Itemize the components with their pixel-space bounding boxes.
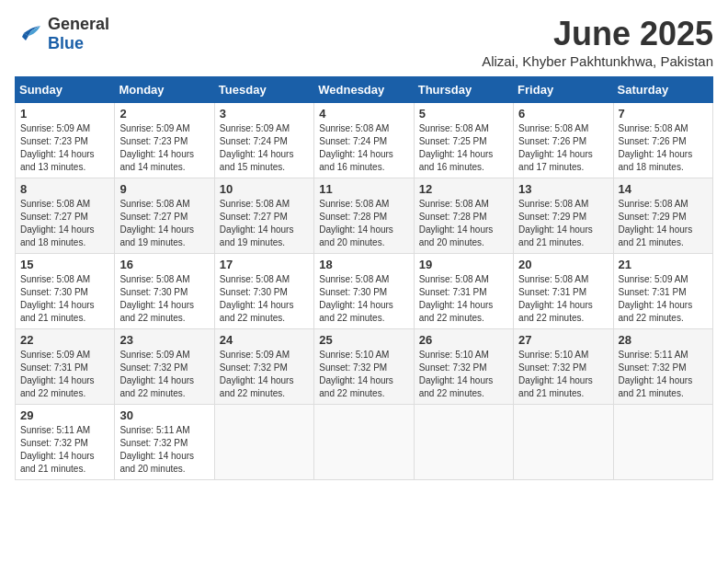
day-cell: 30 Sunrise: 5:11 AM Sunset: 7:32 PM Dayl… (115, 405, 214, 480)
day-info: Sunrise: 5:08 AM Sunset: 7:24 PM Dayligh… (319, 122, 408, 174)
day-info: Sunrise: 5:09 AM Sunset: 7:32 PM Dayligh… (220, 349, 309, 400)
day-cell (314, 405, 414, 480)
day-cell: 25 Sunrise: 5:10 AM Sunset: 7:32 PM Dayl… (314, 329, 414, 405)
day-number: 17 (220, 258, 309, 271)
day-info: Sunrise: 5:09 AM Sunset: 7:31 PM Dayligh… (619, 273, 708, 325)
day-info: Sunrise: 5:11 AM Sunset: 7:32 PM Dayligh… (119, 424, 209, 476)
header-row: SundayMondayTuesdayWednesdayThursdayFrid… (16, 77, 713, 103)
calendar-page: General Blue June 2025 Alizai, Khyber Pa… (15, 15, 713, 480)
day-info: Sunrise: 5:10 AM Sunset: 7:32 PM Dayligh… (419, 349, 508, 400)
day-info: Sunrise: 5:09 AM Sunset: 7:23 PM Dayligh… (20, 122, 109, 174)
day-cell: 5 Sunrise: 5:08 AM Sunset: 7:25 PM Dayli… (414, 103, 513, 178)
week-row-4: 22 Sunrise: 5:09 AM Sunset: 7:31 PM Dayl… (16, 329, 713, 405)
day-number: 20 (518, 258, 608, 271)
location-title: Alizai, Khyber Pakhtunkhwa, Pakistan (482, 53, 713, 69)
day-cell: 2 Sunrise: 5:09 AM Sunset: 7:23 PM Dayli… (115, 103, 214, 178)
day-info: Sunrise: 5:08 AM Sunset: 7:26 PM Dayligh… (518, 122, 608, 174)
day-cell (613, 405, 712, 480)
day-cell: 18 Sunrise: 5:08 AM Sunset: 7:30 PM Dayl… (314, 254, 414, 329)
day-info: Sunrise: 5:08 AM Sunset: 7:30 PM Dayligh… (319, 273, 408, 325)
day-number: 8 (20, 182, 109, 196)
day-cell: 21 Sunrise: 5:09 AM Sunset: 7:31 PM Dayl… (613, 254, 712, 329)
col-header-wednesday: Wednesday (314, 77, 414, 103)
day-number: 14 (619, 182, 708, 196)
logo-text: General Blue (48, 15, 109, 53)
day-cell: 8 Sunrise: 5:08 AM Sunset: 7:27 PM Dayli… (16, 178, 115, 254)
day-cell: 19 Sunrise: 5:08 AM Sunset: 7:31 PM Dayl… (414, 254, 513, 329)
week-row-2: 8 Sunrise: 5:08 AM Sunset: 7:27 PM Dayli… (16, 178, 713, 254)
day-cell (414, 405, 513, 480)
day-info: Sunrise: 5:08 AM Sunset: 7:31 PM Dayligh… (419, 273, 508, 325)
col-header-sunday: Sunday (16, 77, 115, 103)
day-info: Sunrise: 5:08 AM Sunset: 7:27 PM Dayligh… (220, 198, 309, 249)
calendar-table: SundayMondayTuesdayWednesdayThursdayFrid… (15, 76, 713, 480)
day-cell: 10 Sunrise: 5:08 AM Sunset: 7:27 PM Dayl… (214, 178, 313, 254)
day-cell: 29 Sunrise: 5:11 AM Sunset: 7:32 PM Dayl… (16, 405, 115, 480)
day-number: 23 (119, 333, 209, 347)
day-number: 6 (518, 107, 608, 121)
day-info: Sunrise: 5:08 AM Sunset: 7:27 PM Dayligh… (119, 198, 209, 249)
day-info: Sunrise: 5:11 AM Sunset: 7:32 PM Dayligh… (619, 349, 708, 400)
day-info: Sunrise: 5:08 AM Sunset: 7:27 PM Dayligh… (20, 198, 109, 249)
day-cell: 1 Sunrise: 5:09 AM Sunset: 7:23 PM Dayli… (16, 103, 115, 178)
day-number: 18 (319, 258, 408, 271)
day-number: 25 (319, 333, 408, 347)
day-number: 15 (20, 258, 109, 271)
day-cell: 27 Sunrise: 5:10 AM Sunset: 7:32 PM Dayl… (514, 329, 613, 405)
day-cell: 23 Sunrise: 5:09 AM Sunset: 7:32 PM Dayl… (115, 329, 214, 405)
day-info: Sunrise: 5:09 AM Sunset: 7:24 PM Dayligh… (220, 122, 309, 174)
day-number: 5 (419, 107, 508, 121)
day-number: 16 (119, 258, 209, 271)
month-title: June 2025 (482, 15, 713, 53)
day-number: 22 (20, 333, 109, 347)
header: General Blue June 2025 Alizai, Khyber Pa… (15, 15, 713, 69)
day-info: Sunrise: 5:09 AM Sunset: 7:23 PM Dayligh… (119, 122, 209, 174)
day-cell: 17 Sunrise: 5:08 AM Sunset: 7:30 PM Dayl… (214, 254, 313, 329)
day-info: Sunrise: 5:10 AM Sunset: 7:32 PM Dayligh… (319, 349, 408, 400)
day-number: 29 (20, 408, 109, 422)
day-number: 10 (220, 182, 309, 196)
day-cell: 14 Sunrise: 5:08 AM Sunset: 7:29 PM Dayl… (613, 178, 712, 254)
logo: General Blue (15, 15, 109, 53)
col-header-thursday: Thursday (414, 77, 513, 103)
day-number: 3 (220, 107, 309, 121)
day-info: Sunrise: 5:09 AM Sunset: 7:32 PM Dayligh… (119, 349, 209, 400)
day-info: Sunrise: 5:09 AM Sunset: 7:31 PM Dayligh… (20, 349, 109, 400)
week-row-3: 15 Sunrise: 5:08 AM Sunset: 7:30 PM Dayl… (16, 254, 713, 329)
day-cell: 7 Sunrise: 5:08 AM Sunset: 7:26 PM Dayli… (613, 103, 712, 178)
day-number: 26 (419, 333, 508, 347)
day-cell: 11 Sunrise: 5:08 AM Sunset: 7:28 PM Dayl… (314, 178, 414, 254)
logo-bird-icon (15, 24, 44, 44)
day-info: Sunrise: 5:08 AM Sunset: 7:30 PM Dayligh… (20, 273, 109, 325)
day-cell: 22 Sunrise: 5:09 AM Sunset: 7:31 PM Dayl… (16, 329, 115, 405)
day-number: 9 (119, 182, 209, 196)
day-info: Sunrise: 5:08 AM Sunset: 7:29 PM Dayligh… (518, 198, 608, 249)
day-cell: 26 Sunrise: 5:10 AM Sunset: 7:32 PM Dayl… (414, 329, 513, 405)
day-info: Sunrise: 5:08 AM Sunset: 7:26 PM Dayligh… (619, 122, 708, 174)
day-number: 4 (319, 107, 408, 121)
day-info: Sunrise: 5:08 AM Sunset: 7:31 PM Dayligh… (518, 273, 608, 325)
col-header-saturday: Saturday (613, 77, 712, 103)
week-row-1: 1 Sunrise: 5:09 AM Sunset: 7:23 PM Dayli… (16, 103, 713, 178)
day-cell: 6 Sunrise: 5:08 AM Sunset: 7:26 PM Dayli… (514, 103, 613, 178)
day-cell: 20 Sunrise: 5:08 AM Sunset: 7:31 PM Dayl… (514, 254, 613, 329)
day-cell: 13 Sunrise: 5:08 AM Sunset: 7:29 PM Dayl… (514, 178, 613, 254)
day-info: Sunrise: 5:08 AM Sunset: 7:25 PM Dayligh… (419, 122, 508, 174)
week-row-5: 29 Sunrise: 5:11 AM Sunset: 7:32 PM Dayl… (16, 405, 713, 480)
day-number: 27 (518, 333, 608, 347)
day-info: Sunrise: 5:08 AM Sunset: 7:29 PM Dayligh… (619, 198, 708, 249)
day-info: Sunrise: 5:08 AM Sunset: 7:28 PM Dayligh… (319, 198, 408, 249)
day-cell: 3 Sunrise: 5:09 AM Sunset: 7:24 PM Dayli… (214, 103, 313, 178)
day-number: 21 (619, 258, 708, 271)
day-number: 2 (119, 107, 209, 121)
day-info: Sunrise: 5:08 AM Sunset: 7:30 PM Dayligh… (119, 273, 209, 325)
day-number: 28 (619, 333, 708, 347)
day-info: Sunrise: 5:11 AM Sunset: 7:32 PM Dayligh… (20, 424, 109, 476)
day-number: 30 (119, 408, 209, 422)
day-cell: 16 Sunrise: 5:08 AM Sunset: 7:30 PM Dayl… (115, 254, 214, 329)
col-header-monday: Monday (115, 77, 214, 103)
day-cell (514, 405, 613, 480)
day-number: 19 (419, 258, 508, 271)
title-area: June 2025 Alizai, Khyber Pakhtunkhwa, Pa… (482, 15, 713, 69)
day-cell: 24 Sunrise: 5:09 AM Sunset: 7:32 PM Dayl… (214, 329, 313, 405)
